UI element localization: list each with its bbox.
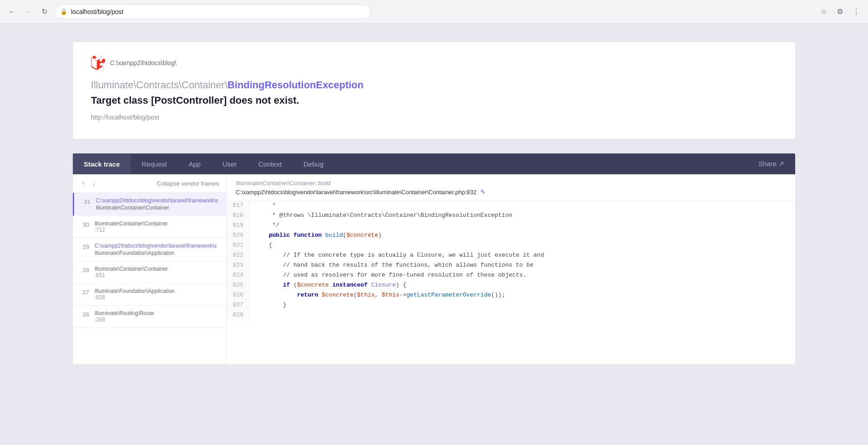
extensions-button[interactable]: ⚙: [834, 5, 846, 18]
exception-class: Illuminate\Contracts\Container\BindingRe…: [91, 79, 777, 91]
frame-item[interactable]: 28 Illuminate\Container\Container :651: [73, 261, 226, 283]
frame-class: Illuminate\Container\Container: [96, 205, 219, 211]
frame-info: Illuminate\Foundation\Application :826: [95, 288, 219, 301]
frame-info: Illuminate\Container\Container :712: [95, 220, 219, 233]
code-line: 825 if ($concrete instanceof Closure) {: [227, 281, 795, 291]
frame-info: C:\xampp2\htdocs\blog\vendor\laravel\fra…: [96, 197, 219, 211]
tab-user[interactable]: User: [212, 154, 248, 174]
code-line: 818 * @throws \Illuminate\Contracts\Cont…: [227, 211, 795, 221]
reload-button[interactable]: ↻: [38, 5, 51, 18]
tab-request[interactable]: Request: [131, 154, 178, 174]
code-line: 819 */: [227, 221, 795, 231]
frame-line: :826: [95, 294, 219, 301]
frame-number: 31: [81, 197, 90, 205]
frame-line: :712: [95, 227, 219, 233]
exception-class-name: BindingResolutionException: [228, 79, 364, 91]
code-line: 823 // hand back the results of the func…: [227, 261, 795, 271]
menu-button[interactable]: ⋮: [850, 5, 863, 18]
frame-item[interactable]: 29 C:\xampp2\htdocs\blog\vendor\laravel\…: [73, 238, 226, 261]
lock-icon: 🔒: [60, 8, 67, 15]
stack-frames-panel: ↑ ↓ Collapse vendor frames 31 C:\xampp2\…: [73, 174, 227, 364]
frame-item[interactable]: 30 Illuminate\Container\Container :712: [73, 216, 226, 238]
frame-item[interactable]: 27 Illuminate\Foundation\Application :82…: [73, 283, 226, 306]
page-content: C:\xampp2\htdocs\blog\ Illuminate\Contra…: [0, 24, 868, 383]
error-logo-row: C:\xampp2\htdocs\blog\: [91, 56, 777, 70]
forward-button[interactable]: →: [22, 5, 34, 18]
exception-url: http://localhost/blog/post: [91, 114, 777, 121]
collapse-vendor-link[interactable]: Collapse vendor frames: [157, 180, 219, 187]
debug-tabs: Stack trace Request App User Context Deb…: [73, 153, 795, 174]
frame-line: :651: [95, 272, 219, 278]
frame-file: C:\xampp2\htdocs\blog\vendor\laravel\fra…: [95, 243, 219, 249]
exception-message: Target class [PostController] does not e…: [91, 95, 777, 106]
code-line: 817 *: [227, 201, 795, 211]
code-line: 824 // used as resolvers for more fine-t…: [227, 271, 795, 281]
frame-class: Illuminate\Container\Container: [95, 220, 219, 227]
tab-stack-trace[interactable]: Stack trace: [73, 154, 131, 174]
frame-class: Illuminate\Foundation\Application: [95, 288, 219, 294]
code-viewer-panel: Illuminate\Container\Container::build C:…: [227, 174, 795, 364]
frame-class: Illuminate\Container\Container: [95, 266, 219, 272]
code-line: 826 return $concrete($this, $this->getLa…: [227, 291, 795, 301]
frame-number: 30: [80, 220, 89, 228]
browser-chrome: ← → ↻ 🔒 localhost/blog/post ☆ ⚙ ⋮: [0, 0, 868, 24]
frame-class: Illuminate\Routing\Route: [95, 310, 219, 316]
frame-class: Illuminate\Foundation\Application: [95, 250, 219, 256]
frame-number: 26: [80, 310, 89, 318]
browser-actions: ☆ ⚙ ⋮: [817, 5, 863, 18]
frame-info: Illuminate\Container\Container :651: [95, 266, 219, 278]
tab-context[interactable]: Context: [247, 154, 293, 174]
code-line: 822 // If the concrete type is actually …: [227, 251, 795, 261]
frame-number: 28: [80, 266, 89, 273]
frame-info: Illuminate\Routing\Route :268: [95, 310, 219, 323]
share-button[interactable]: Share ↗: [748, 153, 795, 174]
frame-item[interactable]: 26 Illuminate\Routing\Route :268: [73, 306, 226, 328]
frame-line: :268: [95, 316, 219, 323]
code-content: 817 * 818 * @throws \Illuminate\Contract…: [227, 201, 795, 364]
error-card: C:\xampp2\htdocs\blog\ Illuminate\Contra…: [72, 42, 796, 139]
filepath-text: C:\xampp2\htdocs\blog\vendor\laravel\fra…: [236, 189, 477, 196]
code-header: Illuminate\Container\Container::build C:…: [227, 174, 795, 201]
frame-info: C:\xampp2\htdocs\blog\vendor\laravel\fra…: [95, 243, 219, 256]
sort-up-button[interactable]: ↑: [80, 179, 87, 188]
frames-toolbar: ↑ ↓ Collapse vendor frames: [73, 174, 226, 193]
edit-icon[interactable]: ✎: [480, 188, 486, 196]
code-line: 821 {: [227, 241, 795, 251]
code-line: 827 }: [227, 301, 795, 311]
code-line: 820 public function build($concrete): [227, 231, 795, 241]
frame-number: 27: [80, 288, 89, 296]
back-button[interactable]: ←: [5, 5, 18, 18]
code-method: Illuminate\Container\Container::build: [236, 180, 786, 187]
code-filepath: C:\xampp2\htdocs\blog\vendor\laravel\fra…: [236, 188, 786, 196]
debug-panel: Stack trace Request App User Context Deb…: [72, 153, 796, 365]
stack-layout: ↑ ↓ Collapse vendor frames 31 C:\xampp2\…: [73, 174, 795, 364]
sort-down-button[interactable]: ↓: [90, 179, 97, 188]
tab-debug[interactable]: Debug: [293, 154, 334, 174]
frame-number: 29: [80, 243, 89, 250]
tab-app[interactable]: App: [178, 154, 212, 174]
frame-item[interactable]: 31 C:\xampp2\htdocs\blog\vendor\laravel\…: [73, 193, 226, 216]
url-text: localhost/blog/post: [71, 8, 123, 15]
laravel-logo-icon: [91, 56, 105, 70]
bookmark-button[interactable]: ☆: [817, 5, 830, 18]
file-path: C:\xampp2\htdocs\blog\: [110, 59, 176, 67]
address-bar: 🔒 localhost/blog/post: [54, 5, 371, 19]
exception-namespace: Illuminate\Contracts\Container\: [91, 79, 228, 91]
frame-file: C:\xampp2\htdocs\blog\vendor\laravel\fra…: [96, 197, 219, 204]
code-line: 828: [227, 311, 795, 321]
